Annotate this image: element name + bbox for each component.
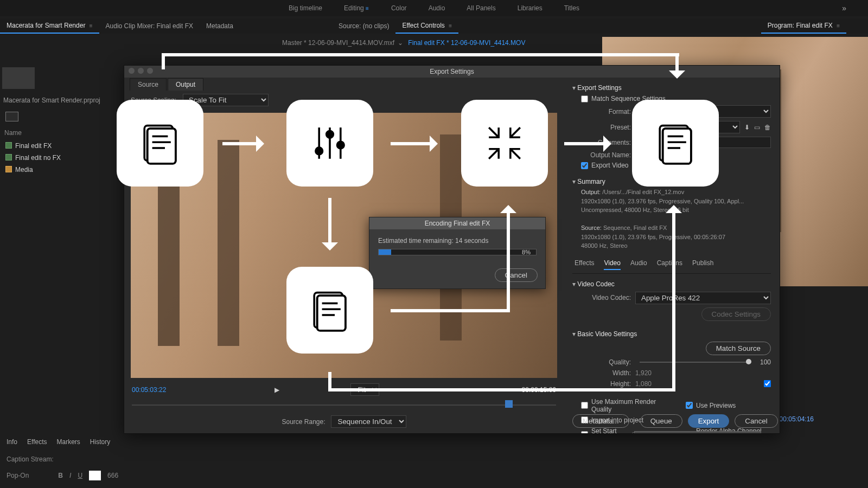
project-panel: Macerata for Smart Render.prproj Name Fi… bbox=[0, 65, 125, 176]
export-video-checkbox[interactable] bbox=[581, 162, 588, 169]
encoding-remaining: Estimated time remaining: 14 seconds bbox=[378, 237, 537, 245]
list-item[interactable]: Final edit no FX bbox=[0, 152, 125, 164]
encoding-title: Encoding Final edit FX bbox=[369, 217, 545, 229]
play-icon[interactable]: ▶ bbox=[275, 386, 279, 394]
tab-effect-controls[interactable]: Effect Controls ≡ bbox=[395, 18, 458, 34]
match-source-button[interactable]: Match Source bbox=[706, 342, 771, 355]
match-sequence-checkbox[interactable] bbox=[581, 95, 588, 102]
clip-link[interactable]: Final edit FX * 12-06-09-MVI_4414.MOV bbox=[408, 39, 525, 47]
playhead-icon[interactable] bbox=[505, 400, 513, 408]
comments-input[interactable] bbox=[635, 137, 771, 148]
summary-header[interactable]: Summary bbox=[572, 176, 771, 188]
source-range-label: Source Range: bbox=[282, 418, 325, 426]
height-value[interactable]: 1,080 bbox=[635, 380, 652, 388]
project-file: Macerata for Smart Render.prproj bbox=[0, 91, 125, 107]
export-tooltip: Export immediately with the current sett… bbox=[634, 431, 761, 433]
overflow-chevron-icon[interactable]: » bbox=[842, 4, 846, 12]
window-controls[interactable] bbox=[129, 68, 153, 74]
ws-tab-color[interactable]: Color bbox=[391, 4, 407, 12]
source-scaling-label: Source Scaling: bbox=[131, 97, 176, 104]
format-toolbar: Pop-On B I U 666 bbox=[0, 468, 217, 483]
tab-program[interactable]: Program: Final edit FX ≡ bbox=[761, 18, 846, 34]
preset-select[interactable]: Custom bbox=[635, 121, 740, 133]
source-range-select[interactable]: Sequence In/Out bbox=[331, 415, 406, 428]
preview-duration: 00:00:15:06 bbox=[522, 386, 556, 394]
queue-button[interactable]: Queue bbox=[640, 414, 682, 428]
dialog-titlebar[interactable]: Export Settings bbox=[124, 66, 780, 78]
tab-metadata[interactable]: Metadata bbox=[200, 19, 240, 33]
source-scaling-select[interactable]: Scale To Fit bbox=[183, 94, 269, 106]
program-timecode: 00:05:04:16 bbox=[780, 415, 814, 423]
use-previews-checkbox[interactable] bbox=[686, 402, 693, 409]
export-subtabs: Effects Video Audio Captions Publish bbox=[572, 256, 771, 274]
zoom-select[interactable]: Fit bbox=[350, 383, 379, 396]
video-codec-header[interactable]: Video Codec bbox=[572, 278, 771, 290]
export-settings-header[interactable]: Export Settings bbox=[572, 82, 771, 94]
tab-source[interactable]: Source: (no clips) bbox=[332, 19, 395, 33]
video-codec-select[interactable]: Apple ProRes 422 bbox=[635, 292, 771, 304]
quality-slider[interactable] bbox=[640, 362, 751, 363]
import-preset-icon[interactable]: ▭ bbox=[754, 124, 760, 131]
subtab-effects[interactable]: Effects bbox=[575, 259, 594, 270]
metadata-button[interactable]: Metadata... bbox=[572, 414, 629, 428]
caption-row: Caption Stream: bbox=[0, 452, 217, 466]
name-header[interactable]: Name bbox=[0, 126, 125, 140]
tab-effects[interactable]: Effects bbox=[27, 438, 47, 446]
list-item[interactable]: Media bbox=[0, 164, 125, 176]
subtab-captions[interactable]: Captions bbox=[657, 259, 682, 270]
tab-info[interactable]: Info bbox=[7, 438, 17, 446]
output-name-link[interactable]: Final edit FX_12.mov bbox=[635, 151, 697, 159]
list-item[interactable]: Final edit FX bbox=[0, 140, 125, 152]
subtab-publish[interactable]: Publish bbox=[692, 259, 713, 270]
tab-history[interactable]: History bbox=[90, 438, 110, 446]
ws-tab-titles[interactable]: Titles bbox=[564, 4, 579, 12]
underline-icon[interactable]: U bbox=[78, 472, 82, 479]
ws-tab-libraries[interactable]: Libraries bbox=[518, 4, 542, 12]
tab-source[interactable]: Source bbox=[130, 78, 167, 91]
ws-tab-audio[interactable]: Audio bbox=[429, 4, 445, 12]
effect-controls-breadcrumb: Master * 12-06-09-MVI_4414.MOV.mxf⌄ Fina… bbox=[282, 39, 525, 47]
hamburger-icon[interactable]: ≡ bbox=[366, 5, 369, 11]
info-panel-tabs: Info Effects Markers History bbox=[0, 434, 125, 450]
progress-bar: 8% bbox=[378, 249, 537, 255]
tab-audio-clip-mixer[interactable]: Audio Clip Mixer: Final edit FX bbox=[99, 19, 200, 33]
link-dimensions-checkbox[interactable] bbox=[764, 380, 771, 387]
tab-smart-render[interactable]: Macerata for Smart Render ≡ bbox=[0, 18, 99, 34]
popon-select[interactable]: Pop-On bbox=[7, 472, 29, 479]
codec-settings-button[interactable]: Codec Settings bbox=[701, 307, 771, 321]
export-button[interactable]: Export bbox=[688, 414, 730, 428]
ws-tab-allpanels[interactable]: All Panels bbox=[467, 4, 495, 12]
width-value[interactable]: 1,920 bbox=[635, 369, 652, 377]
italic-icon[interactable]: I bbox=[69, 472, 71, 479]
encoding-cancel-button[interactable]: Cancel bbox=[495, 268, 538, 282]
encoding-progress-dialog: Encoding Final edit FX Estimated time re… bbox=[369, 217, 546, 289]
save-preset-icon[interactable]: ⬇ bbox=[744, 124, 750, 131]
format-select[interactable]: QuickTime bbox=[635, 105, 771, 118]
use-max-render-checkbox[interactable] bbox=[581, 402, 588, 409]
set-start-tc-checkbox[interactable] bbox=[581, 431, 588, 433]
tab-output[interactable]: Output bbox=[168, 78, 203, 91]
workspace-tabs: Big timeline Editing ≡ Color Audio All P… bbox=[0, 0, 868, 16]
basic-video-header[interactable]: Basic Video Settings bbox=[572, 328, 771, 340]
subtab-video[interactable]: Video bbox=[604, 259, 620, 270]
ws-tab-editing[interactable]: Editing ≡ bbox=[344, 4, 369, 12]
size-value[interactable]: 666 bbox=[107, 472, 118, 479]
subtab-audio[interactable]: Audio bbox=[630, 259, 647, 270]
tab-markers[interactable]: Markers bbox=[56, 438, 80, 446]
bin-icon[interactable] bbox=[5, 112, 18, 121]
color-swatch[interactable] bbox=[89, 471, 101, 480]
panel-tab-row: Macerata for Smart Render ≡ Audio Clip M… bbox=[0, 18, 868, 34]
delete-preset-icon[interactable]: 🗑 bbox=[764, 124, 771, 131]
bold-icon[interactable]: B bbox=[58, 472, 63, 479]
ws-tab-bigtimeline[interactable]: Big timeline bbox=[289, 4, 322, 12]
cancel-button[interactable]: Cancel bbox=[735, 414, 778, 428]
preview-timecode[interactable]: 00:05:03:22 bbox=[132, 386, 166, 394]
